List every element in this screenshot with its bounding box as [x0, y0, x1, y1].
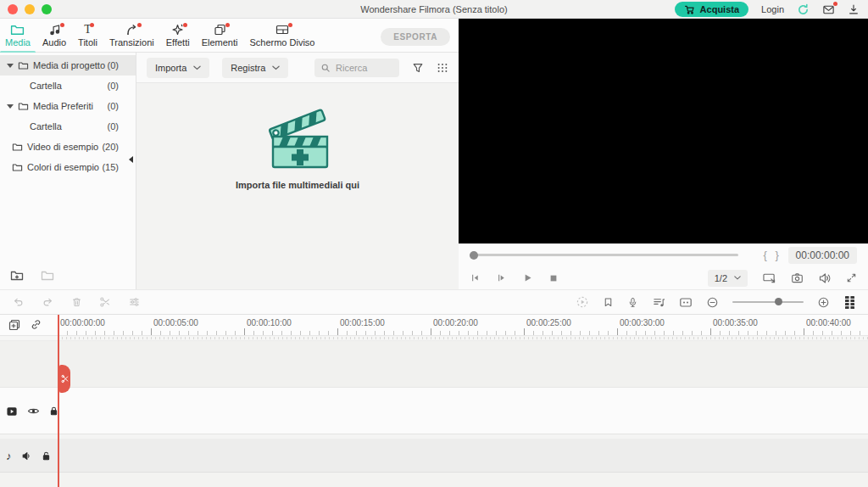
audio-track-icon[interactable]: ♪	[6, 451, 12, 462]
tab-transitions[interactable]: Transizioni	[107, 19, 157, 53]
export-button[interactable]: ESPORTA	[381, 28, 450, 46]
buy-button-label: Acquista	[700, 4, 739, 14]
playhead-handle[interactable]	[59, 365, 70, 393]
maximize-window-button[interactable]	[42, 4, 52, 14]
audio-track-header: ♪	[0, 439, 58, 473]
next-frame-button[interactable]	[496, 272, 507, 283]
minimize-window-button[interactable]	[25, 4, 35, 14]
tab-label: Transizioni	[109, 37, 154, 48]
tab-split-screen[interactable]: Schermo Diviso	[247, 19, 317, 53]
sidebar-item-favorite-media[interactable]: Media Preferiti (0)	[0, 96, 136, 116]
download-icon[interactable]	[848, 3, 860, 15]
play-button[interactable]	[522, 272, 533, 283]
add-frame-icon[interactable]	[8, 318, 21, 332]
track-manager-icon[interactable]	[843, 295, 856, 310]
zoom-in-icon[interactable]	[817, 296, 830, 309]
add-folder-icon[interactable]	[10, 270, 24, 282]
volume-icon[interactable]	[818, 272, 832, 284]
stop-button[interactable]	[548, 273, 559, 283]
filter-icon[interactable]	[412, 62, 424, 74]
tab-titles[interactable]: T Titoli	[75, 19, 100, 53]
split-scissors-icon[interactable]	[99, 296, 111, 308]
undo-icon[interactable]	[12, 296, 25, 308]
media-toolbar: Importa Registra	[136, 53, 459, 83]
import-dropdown[interactable]: Importa	[147, 58, 209, 78]
login-button[interactable]: Login	[761, 4, 784, 14]
seek-handle[interactable]	[470, 251, 478, 260]
video-track-icon[interactable]	[6, 406, 18, 417]
eye-icon[interactable]	[27, 406, 40, 416]
secondary-display-icon[interactable]	[762, 271, 776, 284]
media-tabbar: Media Audio T Titoli Transizioni Effetti…	[0, 19, 459, 53]
marker-icon[interactable]	[603, 296, 614, 309]
render-preview-icon[interactable]	[576, 295, 589, 309]
item-count: (0)	[108, 60, 119, 70]
effects-icon	[170, 22, 185, 37]
zoom-out-icon[interactable]	[706, 296, 719, 309]
playhead-line[interactable]	[58, 315, 59, 487]
search-input[interactable]	[336, 63, 390, 73]
speaker-icon[interactable]	[21, 451, 32, 461]
timeline-zoom-slider[interactable]	[732, 301, 804, 303]
tab-audio[interactable]: Audio	[40, 19, 69, 53]
fullscreen-icon[interactable]	[846, 272, 857, 283]
delete-folder-icon[interactable]	[41, 270, 54, 282]
zoom-slider-handle[interactable]	[775, 298, 782, 305]
sidebar-item-folder[interactable]: Cartella (0)	[0, 116, 136, 137]
mail-icon[interactable]	[822, 3, 835, 16]
left-panel: Media Audio T Titoli Transizioni Effetti…	[0, 19, 459, 289]
timeline-lower-area[interactable]	[0, 473, 868, 487]
mark-out-button[interactable]: }	[771, 249, 783, 261]
window-titlebar: Wondershare Filmora (Senza titolo) Acqui…	[0, 0, 868, 19]
redo-icon[interactable]	[42, 296, 54, 308]
caret-down-icon[interactable]	[7, 64, 14, 68]
delete-icon[interactable]	[71, 296, 82, 308]
sidebar-item-label: Cartella	[30, 81, 62, 91]
link-clips-icon[interactable]	[30, 318, 42, 332]
timeline-empty-area[interactable]	[0, 341, 868, 387]
sync-icon[interactable]	[797, 3, 810, 16]
record-dropdown[interactable]: Registra	[222, 58, 288, 78]
snapshot-icon[interactable]	[791, 272, 804, 284]
video-preview[interactable]	[459, 19, 868, 244]
audio-mixer-icon[interactable]	[652, 296, 665, 309]
timeline-ruler[interactable]: 00:00:00:00 00:00:05:00 00:00:10:00 00:0…	[0, 315, 868, 336]
collapse-arrow-icon	[129, 156, 133, 163]
quality-value: 1/2	[715, 273, 727, 283]
voiceover-mic-icon[interactable]	[627, 296, 638, 309]
buy-button[interactable]: Acquista	[675, 2, 748, 17]
adjust-icon[interactable]	[128, 296, 141, 308]
audio-track[interactable]: ♪	[0, 439, 868, 473]
captions-icon[interactable]	[679, 297, 693, 308]
tab-label: Titoli	[78, 37, 97, 48]
preview-panel: { } 00:00:00:00 1/2	[459, 19, 868, 289]
sidebar-item-label: Media di progetto	[33, 60, 105, 70]
collapse-sidebar-button[interactable]	[127, 154, 135, 165]
mark-in-button[interactable]: {	[760, 249, 771, 261]
grid-view-icon[interactable]	[437, 62, 448, 74]
sidebar-item-sample-colors[interactable]: Colori di esempio (15)	[0, 157, 136, 177]
seek-bar[interactable]	[470, 254, 738, 256]
tab-elements[interactable]: Elementi	[199, 19, 241, 53]
tab-effects[interactable]: Effetti	[164, 19, 192, 53]
caret-down-icon[interactable]	[7, 104, 14, 109]
lock-icon[interactable]	[42, 451, 51, 462]
import-media-dropzone[interactable]: Importa file multimediali qui	[136, 102, 459, 190]
previous-frame-button[interactable]	[470, 272, 481, 283]
media-panel: Importa Registra	[136, 53, 459, 289]
video-track[interactable]	[0, 387, 868, 434]
clapperboard-icon	[261, 102, 334, 170]
notification-dot	[183, 23, 187, 27]
record-label: Registra	[231, 63, 265, 73]
close-window-button[interactable]	[8, 4, 18, 14]
sidebar-item-project-media[interactable]: Media di progetto (0)	[0, 55, 136, 76]
video-track-header	[0, 388, 58, 434]
playback-quality-dropdown[interactable]: 1/2	[708, 270, 748, 287]
search-field[interactable]	[314, 59, 399, 77]
sidebar-item-folder[interactable]: Cartella (0)	[0, 76, 136, 96]
sidebar-item-sample-video[interactable]: Video di esempio (20)	[0, 137, 136, 157]
item-count: (20)	[102, 142, 119, 152]
transitions-icon	[125, 22, 139, 37]
tab-media[interactable]: Media	[3, 19, 33, 53]
ruler-major-ticks	[58, 328, 868, 335]
